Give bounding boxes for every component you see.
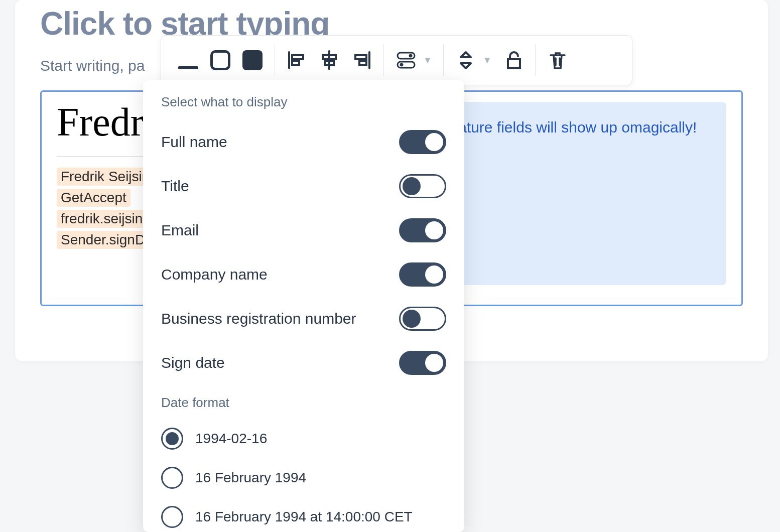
toggle-company-name[interactable] [399, 262, 446, 287]
toggle-sign-date[interactable] [399, 351, 446, 375]
lock-button[interactable] [502, 49, 524, 71]
tag-email: fredrik.seijsing [57, 210, 155, 228]
tag-company: GetAccept [57, 189, 131, 207]
date-format-option-long[interactable]: 16 February 1994 [161, 467, 446, 489]
date-format-option-long-time[interactable]: 16 February 1994 at 14:00:00 CET [161, 506, 446, 528]
radio-icon [161, 428, 183, 450]
toggle-title[interactable] [399, 174, 446, 198]
toggle-row-title: Title [161, 174, 446, 198]
radio-label: 1994-02-16 [195, 431, 267, 447]
svg-point-1 [409, 54, 413, 58]
align-right-button[interactable] [350, 49, 372, 71]
toggle-row-full-name: Full name [161, 130, 446, 154]
border-none-icon [178, 66, 198, 69]
signature-divider [57, 156, 147, 157]
align-center-button[interactable] [318, 49, 340, 71]
display-options-button[interactable] [395, 49, 417, 71]
border-fill-button[interactable] [241, 49, 264, 71]
chevron-down-icon: ▼ [483, 55, 492, 66]
align-right-icon [351, 50, 371, 70]
trash-icon [548, 50, 568, 70]
move-button[interactable] [455, 49, 477, 71]
radio-label: 16 February 1994 [195, 470, 306, 486]
move-vertical-icon [456, 50, 476, 70]
border-fill-icon [242, 50, 263, 70]
radio-icon [161, 506, 183, 528]
unlock-icon [503, 50, 523, 70]
toggle-row-sign-date: Sign date [161, 351, 446, 375]
toggle-full-name[interactable] [399, 130, 446, 154]
align-left-button[interactable] [286, 49, 308, 71]
toggle-row-company: Company name [161, 262, 446, 287]
toggle-label: Email [161, 222, 199, 239]
toggle-business-reg-number[interactable] [399, 307, 446, 331]
block-toolbar: ▼ ▼ [161, 35, 632, 85]
toggle-label: Title [161, 178, 189, 195]
toggle-row-email: Email [161, 218, 446, 242]
toggles-icon [396, 50, 417, 71]
toggle-label: Full name [161, 134, 227, 151]
align-center-icon [319, 50, 339, 70]
toggle-label: Company name [161, 266, 268, 283]
display-options-panel: Select what to display Full name Title E… [143, 80, 464, 532]
delete-button[interactable] [547, 49, 569, 71]
toggle-row-brn: Business registration number [161, 307, 446, 331]
panel-header: Select what to display [161, 94, 446, 110]
svg-point-3 [400, 63, 404, 67]
toggle-email[interactable] [399, 218, 446, 242]
toggle-label: Sign date [161, 354, 225, 371]
border-outline-icon [210, 50, 230, 70]
border-outline-button[interactable] [209, 49, 231, 71]
chevron-down-icon: ▼ [423, 55, 432, 66]
border-none-button[interactable] [177, 49, 199, 71]
date-format-header: Date format [161, 395, 446, 411]
toggle-label: Business registration number [161, 310, 356, 327]
date-format-option-iso[interactable]: 1994-02-16 [161, 428, 446, 450]
align-left-icon [287, 50, 307, 70]
radio-icon [161, 467, 183, 489]
radio-label: 16 February 1994 at 14:00:00 CET [195, 509, 413, 525]
